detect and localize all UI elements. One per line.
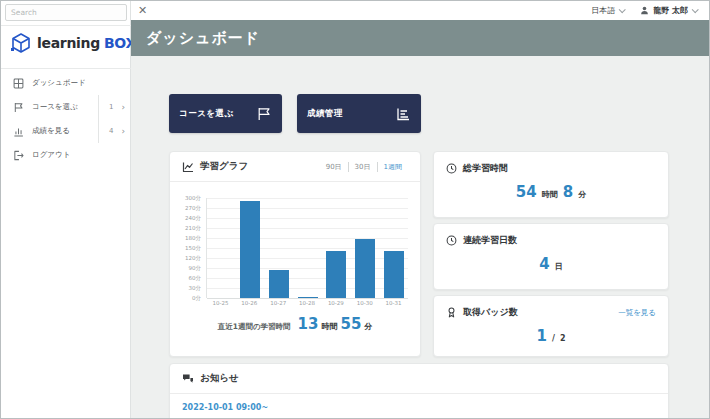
total-learning-time-header: 総学習時間 [434,152,668,175]
summary-hours-unit: 時間 [321,321,337,332]
chart-bars [207,198,408,298]
choose-course-button[interactable]: コースを選ぶ [169,94,282,133]
y-tick-label: 0分 [192,295,201,302]
chart-x-axis: 10-2510-2610-2710-2810-2910-3010-31 [206,300,408,306]
badge-icon [446,307,457,318]
badges-value: 1 / 2 [434,326,668,345]
y-tick-label: 90分 [189,265,202,272]
learning-graph-chart: 0分30分60分90分120分150分180分210分240分270分300分 [170,182,420,298]
bar [326,251,346,298]
y-tick-label: 150分 [185,245,201,252]
streak-days-header: 連続学習日数 [434,224,668,247]
x-tick-label: 10-28 [293,300,322,306]
badges-earned: 1 [536,327,546,345]
streak-number: 4 [539,255,549,273]
topbar-right: 日本語 龍野 太郎 [591,5,709,16]
total-learning-time-card: 総学習時間 54 時間 8 分 [433,151,669,218]
streak-days-value: 4 日 [434,254,668,273]
language-selector[interactable]: 日本語 [591,5,624,16]
learning-graph-header: 学習グラフ 90日30日1週間 [170,152,420,182]
news-title-row: お知らせ [182,372,239,385]
news-card: お知らせ 2022-10-01 09:00~ [169,363,669,419]
badges-header: 取得バッジ数 一覧を見る [434,296,668,319]
logout-icon [13,150,24,161]
chevron-down-icon [619,6,626,13]
x-tick-label: 10-30 [350,300,379,306]
total-minutes: 8 [563,183,573,201]
sidebar-divider [1,25,131,26]
bar-column [351,239,380,298]
chart-filter-90日[interactable]: 90日 [320,162,348,172]
sidebar-item-meta: 4 › [98,119,125,143]
y-tick-label: 300分 [185,195,201,202]
bar-column [322,251,351,298]
badges-slash: / [552,334,555,343]
streak-days-title: 連続学習日数 [463,234,517,247]
grades-count-badge: 4 [109,127,113,135]
sidebar-item-label: ログアウト [32,150,70,160]
sidebar-menu: ダッシュボード コースを選ぶ 1 › 成績を見る [1,71,131,167]
language-label: 日本語 [591,5,615,16]
flag-icon [13,102,24,113]
brand-logo[interactable]: learning BOX [9,31,136,55]
total-hours-unit: 時間 [542,190,558,199]
streak-unit: 日 [555,262,563,271]
badges-title: 取得バッジ数 [463,306,518,319]
sidebar-item-label: ダッシュボード [32,78,86,88]
chevron-right-icon: › [121,127,125,136]
chart-range-filters: 90日30日1週間 [320,162,408,172]
x-tick-label: 10-25 [206,300,235,306]
news-item-link[interactable]: 2022-10-01 09:00~ [170,394,668,419]
y-tick-label: 30分 [189,285,202,292]
summary-label: 直近1週間の学習時間 [218,322,291,332]
brand-word: learning [37,35,100,51]
badges-view-all-link[interactable]: 一覧を見る [618,308,656,318]
x-tick-label: 10-29 [321,300,350,306]
bar [298,297,318,298]
x-tick-label: 10-27 [264,300,293,306]
learning-graph-title: 学習グラフ [200,160,248,173]
chart-y-axis: 0分30分60分90分120分150分180分210分240分270分300分 [176,198,206,298]
clock-icon [446,163,457,174]
page-header: ダッシュボード [131,20,709,56]
summary-hours: 13 [298,315,319,333]
summary-minutes: 55 [340,315,361,333]
close-icon[interactable]: ✕ [138,5,147,16]
brand-cube-icon [9,31,33,55]
sidebar-item-logout[interactable]: ログアウト [1,143,131,167]
sidebar-item-choose-course[interactable]: コースを選ぶ 1 › [1,95,131,119]
chevron-down-icon [692,6,699,13]
chart-filter-1週間[interactable]: 1週間 [377,162,408,172]
bar [240,201,260,298]
sidebar-item-view-grades[interactable]: 成績を見る 4 › [1,119,131,143]
summary-minutes-unit: 分 [364,321,372,332]
clock-icon [446,235,457,246]
line-chart-icon [182,161,194,173]
y-tick-label: 270分 [185,205,201,212]
gridline [207,298,408,299]
user-menu[interactable]: 龍野 太郎 [640,5,697,16]
sidebar-item-label: コースを選ぶ [32,102,78,112]
total-minutes-unit: 分 [578,190,586,199]
learning-graph-card: 学習グラフ 90日30日1週間 0分30分60分90分120分150分180分2… [169,151,421,357]
chart-plot [206,198,408,298]
streak-days-card: 連続学習日数 4 日 [433,223,669,290]
y-tick-label: 210分 [185,225,201,232]
y-tick-label: 180分 [185,235,201,242]
x-tick-label: 10-31 [379,300,408,306]
learning-graph-title-row: 学習グラフ [182,160,248,173]
speech-bubbles-icon [182,373,194,385]
choose-course-label: コースを選ぶ [179,108,234,120]
grade-management-button[interactable]: 成績管理 [297,94,421,133]
bar-column [264,270,293,298]
total-hours: 54 [516,183,537,201]
total-learning-time-title: 総学習時間 [463,162,508,175]
chart-filter-30日[interactable]: 30日 [348,162,377,172]
main-content: コースを選ぶ 成績管理 [131,56,709,418]
flag-icon [256,106,272,122]
sidebar-item-dashboard[interactable]: ダッシュボード [1,71,131,95]
bar [355,239,375,298]
user-name: 龍野 太郎 [653,5,688,16]
search-input[interactable] [5,4,127,21]
sidebar-item-label: 成績を見る [32,126,70,136]
